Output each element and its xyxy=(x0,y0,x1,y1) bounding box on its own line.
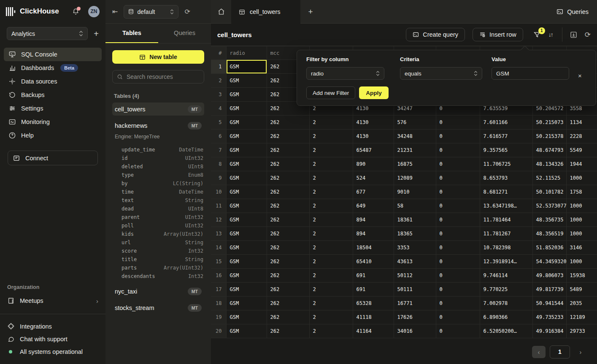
cell[interactable]: 2 xyxy=(309,269,353,283)
cell[interactable]: 54.3459320… xyxy=(532,255,566,269)
tab-tables[interactable]: Tables xyxy=(105,24,158,43)
cell[interactable]: 50.941544 xyxy=(532,297,566,310)
cell[interactable]: 43613 xyxy=(394,255,436,269)
cell[interactable]: 524 xyxy=(353,171,394,185)
cell[interactable]: 50.101782 xyxy=(532,185,566,199)
cell[interactable]: 1000 xyxy=(566,199,597,213)
cell[interactable]: 3146 xyxy=(566,241,597,255)
cell[interactable]: 1134 xyxy=(566,116,597,129)
cell[interactable]: GSM xyxy=(226,241,267,255)
cell[interactable]: 48.134326 xyxy=(532,157,566,171)
tab-cell-towers[interactable]: cell_towers xyxy=(231,0,300,24)
cell[interactable]: 262 xyxy=(267,199,309,213)
cell[interactable]: 2 xyxy=(309,116,353,129)
insert-row-button[interactable]: Insert row xyxy=(473,28,523,41)
cell[interactable]: 2 xyxy=(309,297,353,310)
cell[interactable]: 0 xyxy=(436,185,480,199)
cell[interactable]: 1000 xyxy=(566,171,597,185)
cell[interactable]: 48.356735 xyxy=(532,213,566,227)
sidebar-item-data-sources[interactable]: Data sources xyxy=(4,75,102,88)
cell[interactable]: 4130 xyxy=(353,116,394,129)
cell[interactable]: 9010 xyxy=(394,185,436,199)
cell[interactable]: 7.002978 xyxy=(480,297,532,310)
cell[interactable]: 0 xyxy=(436,227,480,241)
add-filter-button[interactable]: Add new Filter xyxy=(306,86,355,99)
new-table-button[interactable]: New table xyxy=(112,50,204,64)
cell[interactable]: GSM xyxy=(226,143,267,157)
create-query-button[interactable]: Create query xyxy=(406,28,465,41)
cell[interactable]: GSM xyxy=(226,255,267,269)
cell[interactable]: GSM xyxy=(226,324,267,338)
cell[interactable]: 4130 xyxy=(353,129,394,143)
sidebar-item-dashboards[interactable]: Dashboards Beta xyxy=(4,61,102,75)
sort-button[interactable]: ↓↑ xyxy=(548,31,554,38)
cell[interactable]: 18361 xyxy=(394,213,436,227)
cell[interactable]: 49.916384 xyxy=(532,324,566,338)
cell[interactable]: 18504 xyxy=(353,241,394,255)
cell[interactable]: 262 xyxy=(267,213,309,227)
cell[interactable]: 691 xyxy=(353,283,394,297)
cell[interactable]: 2 xyxy=(309,129,353,143)
cell[interactable]: 8.681271 xyxy=(480,185,532,199)
refresh-tables-button[interactable]: ⟳ xyxy=(184,8,190,16)
cell[interactable]: 0 xyxy=(436,171,480,185)
cell[interactable]: 50111 xyxy=(394,283,436,297)
database-select[interactable]: default xyxy=(124,5,178,19)
cell[interactable]: 262 xyxy=(267,129,309,143)
filter-column-select[interactable]: radio xyxy=(306,67,384,80)
cell[interactable]: 50.215378 xyxy=(532,129,566,143)
notifications-button[interactable] xyxy=(72,8,79,15)
home-tab[interactable] xyxy=(211,0,231,23)
cell[interactable]: 649 xyxy=(353,199,394,213)
cell[interactable]: 262 xyxy=(267,157,309,171)
cell[interactable]: GSM xyxy=(226,310,267,324)
cell[interactable]: 6.52050200… xyxy=(480,324,532,338)
cell[interactable]: 1000 xyxy=(566,227,597,241)
connect-button[interactable]: Connect xyxy=(8,151,98,165)
new-tab-button[interactable]: + xyxy=(300,0,321,23)
cell[interactable]: 49.735233 xyxy=(532,310,566,324)
cell[interactable]: 58 xyxy=(394,199,436,213)
cell[interactable]: 49.806073 xyxy=(532,269,566,283)
cell[interactable]: 2 xyxy=(309,324,353,338)
cell[interactable]: 1000 xyxy=(566,255,597,269)
prev-page-button[interactable]: ‹ xyxy=(532,346,546,358)
sidebar-item-settings[interactable]: Settings xyxy=(4,102,102,115)
cell[interactable]: GSM xyxy=(226,185,267,199)
cell[interactable]: 3353 xyxy=(394,241,436,255)
filter-value-input[interactable] xyxy=(492,67,569,80)
sidebar-item-chat-support[interactable]: Chat with support xyxy=(0,333,105,345)
cell[interactable]: 12.3918914… xyxy=(480,255,532,269)
tab-queries[interactable]: Queries xyxy=(158,24,211,43)
cell[interactable]: 2228 xyxy=(566,129,597,143)
table-list-item-stocks-stream[interactable]: stocks_stream MT xyxy=(112,301,204,314)
cell[interactable]: 0 xyxy=(436,157,480,171)
cell[interactable]: 2 xyxy=(309,213,353,227)
cell[interactable]: 5549 xyxy=(566,143,597,157)
cell[interactable]: 11.706725 xyxy=(480,157,532,171)
cell[interactable]: 65328 xyxy=(353,297,394,310)
download-button[interactable] xyxy=(570,31,577,38)
cell[interactable]: 890 xyxy=(353,157,394,171)
cell[interactable]: GSM xyxy=(226,116,267,129)
column-header[interactable]: radio xyxy=(226,46,267,60)
cell[interactable]: 0 xyxy=(436,297,480,310)
cell[interactable]: 9.770225 xyxy=(480,283,532,297)
cell[interactable]: 0 xyxy=(436,143,480,157)
cell[interactable]: 2 xyxy=(309,227,353,241)
cell[interactable]: 576 xyxy=(394,116,436,129)
collapse-panel-button[interactable]: ⇤ xyxy=(112,8,118,16)
cell[interactable]: 51.852036 xyxy=(532,241,566,255)
cell[interactable]: 2 xyxy=(309,199,353,213)
cell[interactable]: 0 xyxy=(436,324,480,338)
cell[interactable]: 7.601166 xyxy=(480,116,532,129)
cell[interactable]: 262 xyxy=(267,283,309,297)
cell[interactable]: 48.674793 xyxy=(532,143,566,157)
cell[interactable]: 50.215073 xyxy=(532,116,566,129)
cell[interactable]: 262 xyxy=(267,269,309,283)
cell[interactable]: 11.781267 xyxy=(480,227,532,241)
cell[interactable]: 0 xyxy=(436,199,480,213)
table-list-item-hackernews[interactable]: hackernews MT xyxy=(112,119,204,132)
cell[interactable]: 15938 xyxy=(566,269,597,283)
refresh-grid-button[interactable]: ⟳ xyxy=(585,30,591,39)
